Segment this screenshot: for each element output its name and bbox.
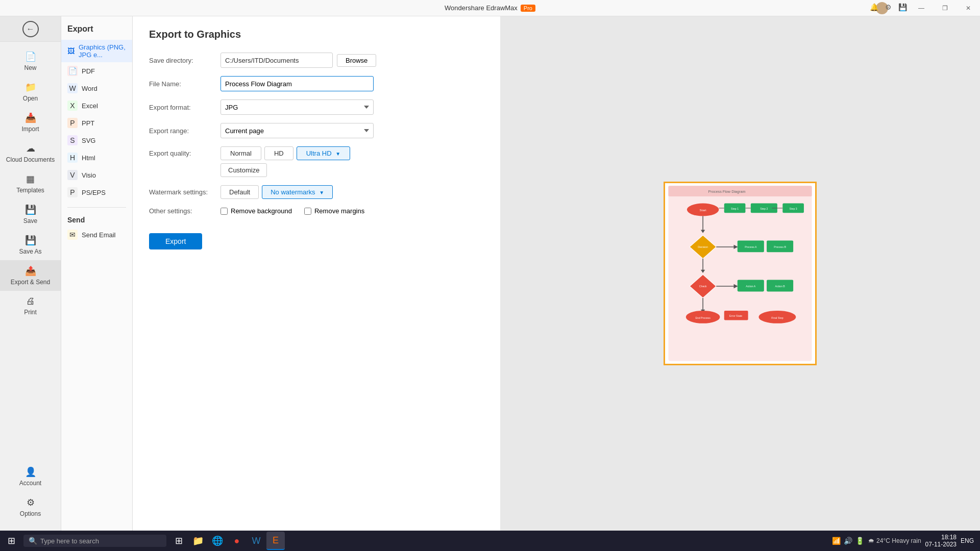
watermark-row: Watermark settings: Default No watermark… <box>149 185 484 199</box>
date-display: 07-11-2023 <box>925 541 957 548</box>
nav-label-open: Open <box>23 95 38 102</box>
open-icon: 📁 <box>25 82 36 93</box>
file-name-label: File Name: <box>149 80 220 88</box>
export-range-label: Export range: <box>149 127 220 135</box>
sidebar-item-email[interactable]: ✉ Send Email <box>61 226 132 243</box>
sidebar-item-svg[interactable]: S SVG <box>61 132 132 149</box>
sidebar-label-excel: Excel <box>82 102 98 110</box>
taskview-icon[interactable]: ⊞ <box>169 532 188 550</box>
import-icon: 📥 <box>25 112 36 123</box>
export-range-select[interactable]: Current page All pages Selection <box>220 123 374 138</box>
save-directory-label: Save directory: <box>149 57 220 64</box>
sidebar-item-visio[interactable]: V Visio <box>61 166 132 184</box>
word-taskbar-icon[interactable]: W <box>247 532 265 550</box>
sidebar-item-graphics[interactable]: 🖼 Graphics (PNG, JPG e... <box>61 40 132 62</box>
edraw-taskbar-icon[interactable]: E <box>266 532 285 550</box>
sidebar-item-word[interactable]: W Word <box>61 80 132 97</box>
nav-item-import[interactable]: 📥 Import <box>0 107 61 138</box>
sidebar-item-excel[interactable]: X Excel <box>61 97 132 114</box>
browse-button[interactable]: Browse <box>337 54 376 67</box>
taskbar-app-icons: ⊞ 📁 🌐 ● W E <box>169 532 285 550</box>
other-settings-label: Other settings: <box>149 207 220 215</box>
sidebar-item-html[interactable]: H Html <box>61 149 132 166</box>
restore-button[interactable]: ❐ <box>933 0 957 16</box>
nav-label-account: Account <box>19 480 41 487</box>
nav-label-options: Options <box>20 510 41 517</box>
sidebar-item-pdf[interactable]: 📄 PDF <box>61 62 132 80</box>
start-button[interactable]: ⊞ <box>2 532 20 550</box>
watermark-label: Watermark settings: <box>149 188 220 196</box>
remove-background-input[interactable] <box>220 208 228 215</box>
back-button[interactable]: ← <box>0 16 61 42</box>
quality-ultrahd-button[interactable]: Ultra HD ▼ <box>297 146 350 160</box>
watermark-control: Default No watermarks ▼ <box>220 185 484 199</box>
app-title: Wondershare EdrawMax <box>445 4 518 12</box>
svg-text:Process A: Process A <box>745 245 757 248</box>
nav-item-saveas[interactable]: 💾 Save As <box>0 230 61 260</box>
search-placeholder: Type here to search <box>40 537 99 545</box>
save-directory-input[interactable] <box>220 53 333 68</box>
weather-display: 🌧 24°C Heavy rain <box>868 537 921 544</box>
edge-icon[interactable]: 🌐 <box>208 532 227 550</box>
preview-frame: Process Flow Diagram Start Step 1 Step 2… <box>664 182 817 365</box>
remove-background-checkbox[interactable]: Remove background <box>220 207 292 215</box>
weather-text: 24°C Heavy rain <box>876 537 921 544</box>
nav-item-new[interactable]: 📄 New <box>0 46 61 77</box>
svg-text:Step 2: Step 2 <box>760 207 768 210</box>
remove-margins-checkbox[interactable]: Remove margins <box>304 207 364 215</box>
svg-text:Start: Start <box>700 208 706 212</box>
file-name-input[interactable] <box>220 76 374 91</box>
quality-hd-button[interactable]: HD <box>264 146 293 160</box>
remove-margins-label: Remove margins <box>314 207 364 215</box>
export-sidebar: Export 🖼 Graphics (PNG, JPG e... 📄 PDF W… <box>61 16 133 531</box>
nav-label-print: Print <box>24 309 37 316</box>
settings-icon[interactable]: ⚙ <box>881 0 895 14</box>
close-button[interactable]: ✕ <box>957 0 980 16</box>
taskbar-search[interactable]: 🔍 Type here to search <box>23 535 166 547</box>
watermark-default-button[interactable]: Default <box>220 185 259 199</box>
nav-item-save[interactable]: 💾 Save <box>0 199 61 230</box>
nav-item-cloud[interactable]: ☁ Cloud Documents <box>0 138 61 168</box>
export-format-select[interactable]: JPG PNG BMP GIF TIFF <box>220 99 374 115</box>
taskbar-right: 📶 🔊 🔋 🌧 24°C Heavy rain 18:18 07-11-2023… <box>832 534 978 548</box>
sidebar-item-ppt[interactable]: P PPT <box>61 114 132 132</box>
nav-item-options[interactable]: ⚙ Options <box>0 492 61 522</box>
explorer-icon[interactable]: 📁 <box>189 532 207 550</box>
nav-item-templates[interactable]: ▦ Templates <box>0 168 61 199</box>
nav-item-print[interactable]: 🖨 Print <box>0 291 61 321</box>
export-range-row: Export range: Current page All pages Sel… <box>149 123 484 138</box>
export-quality-control: Normal HD Ultra HD ▼ Customize <box>220 146 484 177</box>
titlebar: Wondershare EdrawMax Pro 🔔 ⚙ 💾 — ❐ ✕ <box>0 0 980 16</box>
svg-text:Error State: Error State <box>729 314 742 317</box>
window-controls: 🔔 ⚙ 💾 — ❐ ✕ <box>867 0 980 16</box>
chrome-icon[interactable]: ● <box>228 532 246 550</box>
nav-label-import: Import <box>21 126 39 133</box>
back-circle-icon: ← <box>22 21 39 37</box>
export-quality-row: Export quality: Normal HD Ultra HD ▼ Cus… <box>149 146 484 177</box>
options-icon: ⚙ <box>27 497 35 508</box>
notification-icon[interactable]: 🔔 <box>867 0 881 14</box>
nav-item-account[interactable]: 👤 Account <box>0 461 61 492</box>
saveas-icon: 💾 <box>25 235 36 246</box>
nav-spacer <box>0 321 61 457</box>
watermark-none-button[interactable]: No watermarks ▼ <box>262 185 333 199</box>
quality-buttons-group: Normal HD Ultra HD ▼ <box>220 146 484 160</box>
export-range-control: Current page All pages Selection <box>220 123 484 138</box>
export-button[interactable]: Export <box>149 233 202 249</box>
sidebar-send-header: Send <box>61 212 132 226</box>
save-icon[interactable]: 💾 <box>895 0 910 14</box>
sidebar-item-pseps[interactable]: P PS/EPS <box>61 184 132 201</box>
battery-icon: 🔋 <box>855 537 864 545</box>
minimize-button[interactable]: — <box>910 0 933 16</box>
language-display: ENG <box>961 537 974 544</box>
export-format-control: JPG PNG BMP GIF TIFF <box>220 99 484 115</box>
nav-label-cloud: Cloud Documents <box>6 156 55 163</box>
svg-text:Action B: Action B <box>775 285 785 288</box>
preview-panel: Process Flow Diagram Start Step 1 Step 2… <box>500 16 980 531</box>
customize-button[interactable]: Customize <box>220 163 267 177</box>
watermark-dropdown-icon: ▼ <box>319 190 324 195</box>
nav-item-open[interactable]: 📁 Open <box>0 77 61 107</box>
quality-normal-button[interactable]: Normal <box>220 146 261 160</box>
remove-margins-input[interactable] <box>304 208 311 215</box>
nav-item-export[interactable]: 📤 Export & Send <box>0 260 61 291</box>
